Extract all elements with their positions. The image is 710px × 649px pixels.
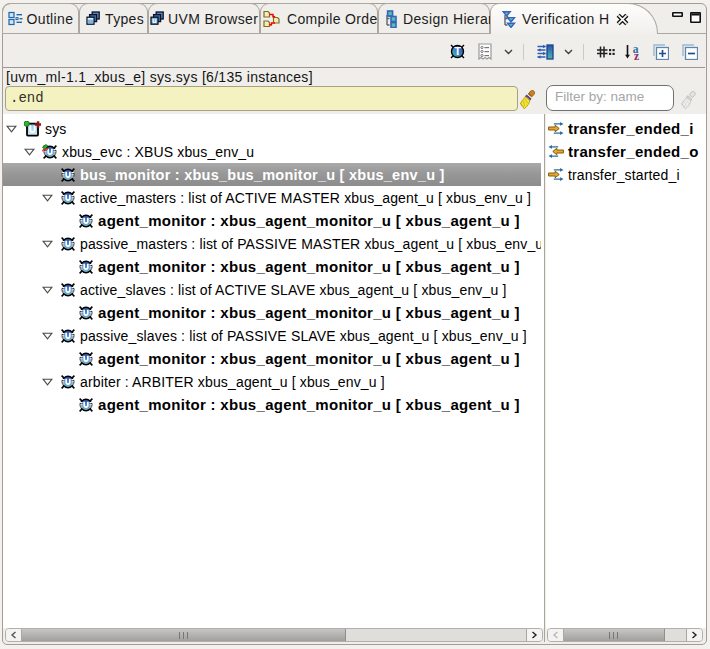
svg-text:u: u <box>152 17 157 24</box>
svg-text:z: z <box>634 50 639 60</box>
svg-text:T: T <box>454 45 461 57</box>
